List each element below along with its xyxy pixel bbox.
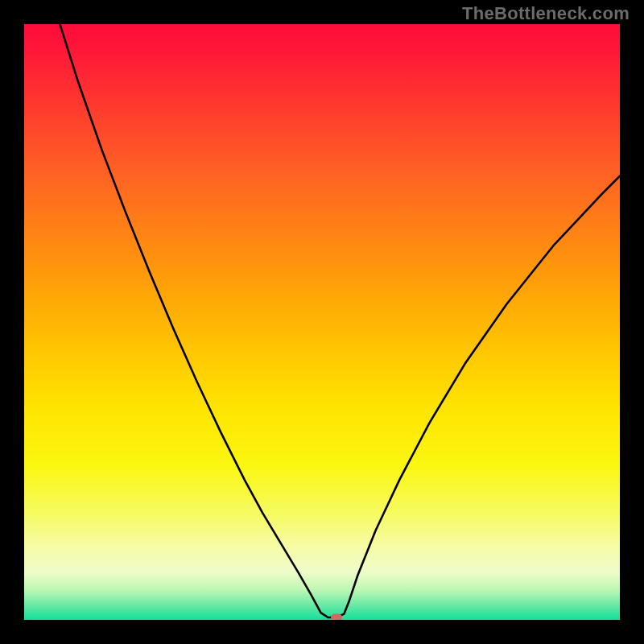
chart-frame: TheBottleneck.com [0, 0, 644, 644]
plot-area [24, 24, 620, 620]
watermark-text: TheBottleneck.com [462, 3, 630, 24]
optimum-marker [331, 614, 342, 620]
curve-layer [24, 24, 620, 620]
bottleneck-curve [60, 24, 620, 617]
